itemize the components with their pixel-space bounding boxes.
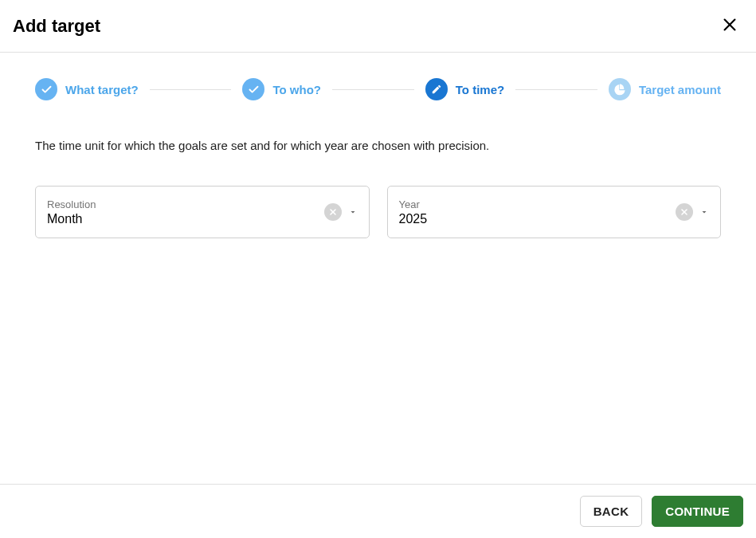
step-label: To time? [456,83,504,96]
select-value: Month [47,212,324,226]
step-to-time[interactable]: To time? [425,78,504,100]
back-button[interactable]: BACK [580,496,643,527]
select-label: Resolution [47,198,324,210]
step-connector [332,89,414,90]
form-row: Resolution Month Year 2025 [35,186,721,238]
pie-chart-icon [609,78,631,100]
step-label: What target? [65,83,139,96]
step-to-who[interactable]: To who? [242,78,321,100]
step-label: To who? [272,83,321,96]
step-connector [150,89,232,90]
select-icons [324,203,358,221]
check-icon [242,78,264,100]
step-description: The time unit for which the goals are se… [35,139,721,152]
select-inner: Resolution Month [47,198,324,226]
select-label: Year [399,198,676,210]
clear-icon[interactable] [676,203,693,221]
stepper: What target? To who? To time? Target amo… [35,78,721,100]
continue-button[interactable]: CONTINUE [652,496,743,527]
dialog-header: Add target [0,0,756,53]
dialog-footer: BACK CONTINUE [0,484,756,538]
dialog-title: Add target [13,16,100,37]
close-icon [721,16,738,36]
close-button[interactable] [718,13,742,39]
resolution-select[interactable]: Resolution Month [35,186,370,238]
check-icon [35,78,57,100]
chevron-down-icon[interactable] [699,207,709,217]
step-connector [515,89,597,90]
step-what-target[interactable]: What target? [35,78,139,100]
select-inner: Year 2025 [399,198,676,226]
clear-icon[interactable] [324,203,342,221]
year-select[interactable]: Year 2025 [387,186,722,238]
step-label: Target amount [639,83,721,96]
dialog-content: What target? To who? To time? Target amo… [0,53,756,264]
chevron-down-icon[interactable] [348,207,358,217]
select-icons [676,203,709,221]
pencil-icon [425,78,448,100]
select-value: 2025 [399,212,676,226]
step-target-amount[interactable]: Target amount [609,78,721,100]
